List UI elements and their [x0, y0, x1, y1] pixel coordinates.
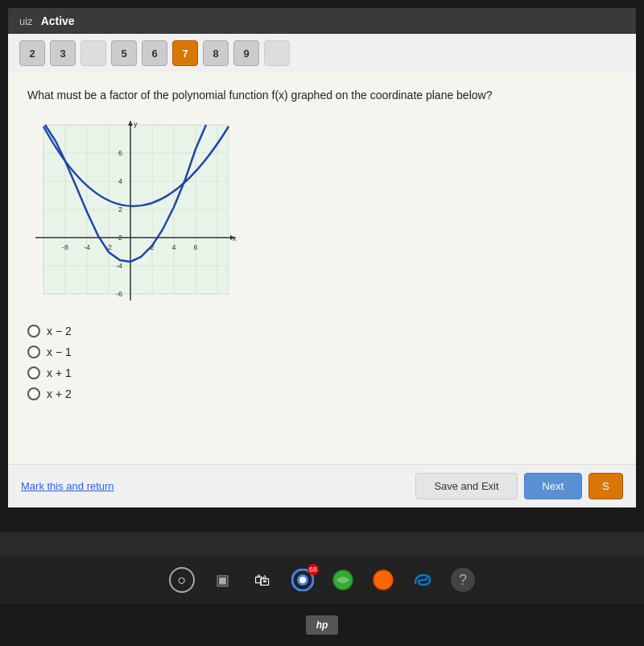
footer-buttons: Save and Exit Next S	[415, 473, 623, 499]
active-label: Active	[41, 14, 75, 27]
answer-label-b: x − 1	[47, 346, 72, 358]
chrome-icon[interactable]: 68	[290, 567, 316, 593]
answer-option-b[interactable]: x − 1	[27, 346, 617, 358]
help-icon[interactable]: ?	[451, 568, 475, 592]
radio-a[interactable]	[27, 325, 40, 337]
svg-text:6: 6	[118, 149, 122, 157]
nav-btn-8[interactable]: 8	[203, 40, 229, 66]
nav-btn-2[interactable]: 2	[19, 40, 45, 66]
svg-text:-4: -4	[84, 243, 90, 251]
answer-label-d: x + 2	[47, 387, 72, 400]
svg-text:6: 6	[193, 243, 197, 251]
radio-b[interactable]	[27, 346, 40, 358]
answer-option-d[interactable]: x + 2	[27, 387, 617, 400]
home-icon[interactable]: ○	[169, 567, 195, 593]
answer-option-a[interactable]: x − 2	[27, 325, 617, 337]
question-text: What must be a factor of the polynomial …	[27, 87, 617, 104]
header-bar: uiz Active	[8, 8, 636, 34]
nav-btn-10[interactable]	[264, 40, 290, 66]
nav-btn-6[interactable]: 6	[142, 40, 167, 66]
laptop-screen: uiz Active 2 3 5 6 7 8 9 What must be a …	[0, 0, 644, 532]
edge-icon[interactable]	[411, 567, 436, 593]
orange-icon[interactable]	[370, 567, 396, 593]
svg-text:4: 4	[171, 243, 175, 251]
question-nav: 2 3 5 6 7 8 9	[8, 34, 636, 72]
svg-point-39	[374, 570, 393, 590]
svg-text:-6: -6	[116, 290, 122, 298]
ball-icon[interactable]	[330, 567, 356, 593]
quiz-content: uiz Active 2 3 5 6 7 8 9 What must be a …	[8, 8, 636, 507]
next-button[interactable]: Next	[524, 473, 583, 499]
graph-svg: -8 -4 -2 2 4 6 x 6 4 2 -4 -6 y -2	[27, 117, 245, 310]
svg-text:4: 4	[118, 177, 122, 185]
svg-point-37	[299, 577, 306, 583]
save-exit-button[interactable]: Save and Exit	[415, 473, 517, 499]
svg-text:-4: -4	[116, 262, 122, 270]
answer-label-a: x − 2	[47, 325, 72, 337]
hp-bar: hp	[0, 604, 644, 646]
svg-text:-2: -2	[116, 234, 122, 242]
svg-text:x: x	[233, 234, 237, 242]
submit-button[interactable]: S	[588, 473, 623, 499]
nav-btn-4[interactable]	[80, 40, 106, 66]
hp-logo: hp	[306, 615, 338, 635]
graph-container: -8 -4 -2 2 4 6 x 6 4 2 -4 -6 y -2	[27, 117, 245, 310]
main-content: What must be a factor of the polynomial …	[8, 72, 636, 475]
bag-icon[interactable]: 🛍	[250, 567, 275, 593]
radio-d[interactable]	[27, 387, 40, 400]
quiz-label: uiz	[19, 15, 33, 27]
mark-return-link[interactable]: Mark this and return	[21, 480, 114, 492]
window-icon[interactable]: ▣	[209, 567, 235, 593]
answer-options: x − 2 x − 1 x + 1 x + 2	[27, 325, 617, 400]
nav-btn-7[interactable]: 7	[172, 40, 198, 66]
nav-btn-9[interactable]: 9	[233, 40, 259, 66]
footer-bar: Mark this and return Save and Exit Next …	[8, 464, 636, 507]
nav-btn-5[interactable]: 5	[111, 40, 137, 66]
answer-option-c[interactable]: x + 1	[27, 366, 617, 379]
taskbar: ○ ▣ 🛍 68 ?	[0, 556, 644, 604]
svg-text:2: 2	[118, 205, 122, 213]
svg-text:-8: -8	[62, 243, 68, 251]
svg-text:y: y	[134, 120, 138, 128]
nav-btn-3[interactable]: 3	[50, 40, 76, 66]
answer-label-c: x + 1	[47, 366, 72, 379]
radio-c[interactable]	[27, 366, 40, 379]
svg-marker-20	[128, 121, 133, 126]
